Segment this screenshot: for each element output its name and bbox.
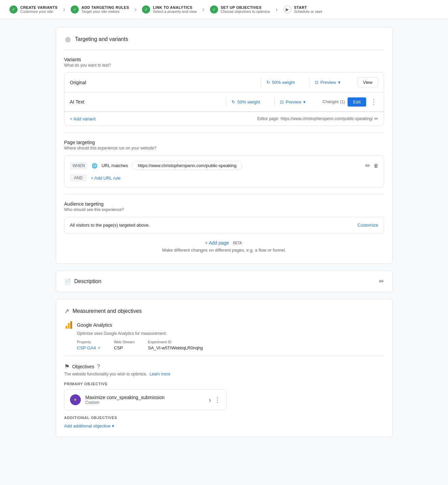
variant-original-preview[interactable]: Preview [315,80,352,85]
refresh-icon-2 [232,99,235,105]
audience-targeting-sublabel: Who should see this experience? [64,207,384,212]
targeting-variants-header: ◎ Targeting and variants [64,36,384,43]
start-text: START Schedule or start [294,5,322,14]
audience-targeting-label: Audience targeting [64,201,384,207]
variants-label: Variants [64,57,384,62]
link-analytics-title: LINK TO ANALYTICS [153,5,197,9]
url-delete-icon[interactable] [374,162,378,169]
customize-button[interactable]: Customize [357,223,378,228]
variant-aitext-actions: Changes (1) Edit [323,97,378,107]
set-objectives-text: SET UP OBJECTIVES Choose objectives to o… [221,5,270,14]
monitor-icon-2 [280,99,284,105]
objectives-flag-icon [64,363,70,370]
targeting-variants-title: Targeting and variants [75,36,128,42]
nav-chevron-2 [133,5,138,13]
objectives-subtitle: The website functionality you wish to op… [64,372,384,376]
nav-step-create-variants[interactable]: CREATE VARIANTS Customize your site [5,0,62,19]
variant-original-weight: 50% weight [266,80,304,85]
set-objectives-icon [210,5,218,14]
ga-property: Property CSP GA4 [77,340,100,350]
create-variants-subtitle: Customize your site [20,9,57,14]
objectives-header: Objectives ? [64,363,384,370]
nav-chevron-3 [201,5,206,13]
add-page-button[interactable]: + Add page BETA [205,240,243,246]
ga-webstream: Web Stream CSP [114,340,135,350]
web-stream-value: CSP [114,345,135,350]
ga-icon [64,320,74,330]
start-subtitle: Schedule or start [294,9,322,14]
property-label: Property [77,340,100,344]
add-variant-button[interactable]: + Add variant [70,116,96,121]
description-doc-icon [64,278,71,285]
url-edit-icon[interactable] [365,162,370,169]
nav-step-link-analytics[interactable]: LINK TO ANALYTICS Select a property and … [138,0,201,19]
variant-row-aitext: AI Text 50% weight Preview Changes (1) [65,92,384,112]
variant-original-preview-label: Preview [321,80,336,85]
variant-original-weight-text: 50% weight [272,80,295,85]
audience-text: All visitors to the page(s) targeted abo… [70,223,150,228]
ga-title: Google Analytics [77,322,112,328]
add-targeting-subtitle: Target your site visitors [81,9,129,14]
editor-page-label: Editor page: [257,116,279,121]
edit-button[interactable]: Edit [348,97,366,107]
objective-text: Maximize conv_speaking_submission Custom [86,395,204,405]
create-variants-text: CREATE VARIANTS Customize your site [20,5,57,14]
set-objectives-subtitle: Choose objectives to optimize [221,9,270,14]
preview-chevron-down-1 [338,80,340,85]
add-page-subtitle: Make different changes on different page… [64,248,384,253]
nav-step-set-objectives[interactable]: SET UP OBJECTIVES Choose objectives to o… [206,0,274,19]
measurement-title: Measurement and objectives [73,308,142,314]
variant-divider-4 [274,97,275,107]
experiment-id-label: Experiment ID [148,340,203,344]
add-page-section: + Add page BETA Make different changes o… [64,233,384,255]
main-content: ◎ Targeting and variants Variants What d… [45,19,403,452]
description-edit-icon[interactable] [379,278,384,285]
add-url-rule-button[interactable]: + Add URL rule [91,176,121,181]
experiment-id-value: SA_VI-w5TIWekbqLR0nqhg [148,345,203,350]
objective-name: Maximize conv_speaking_submission [86,395,204,400]
editor-page-link: Editor page: https://www.christopherspen… [257,116,378,121]
objective-item: + Maximize conv_speaking_submission Cust… [64,389,227,410]
objective-actions: › [209,396,221,404]
changes-badge: Changes (1) [323,99,345,104]
add-page-row: + Add page BETA [64,240,384,246]
objective-circle-icon: + [70,394,81,405]
more-menu-icon[interactable] [369,97,378,107]
add-targeting-text: ADD TARGETING RULES Target your site vis… [81,5,129,14]
variant-aitext-name: AI Text [70,99,221,105]
nav-step-start[interactable]: ▶ START Schedule or start [279,0,326,19]
objective-more-icon[interactable] [214,396,221,404]
objective-expand-icon[interactable]: › [209,396,211,404]
link-analytics-subtitle: Select a property and view [153,9,197,14]
preview-chevron-down-2 [303,99,306,105]
help-icon[interactable]: ? [97,364,100,370]
view-button[interactable]: View [357,77,378,87]
editor-page-edit-icon[interactable] [374,116,378,121]
create-variants-icon [9,5,18,14]
create-variants-title: CREATE VARIANTS [20,5,57,9]
monitor-icon-1 [315,80,319,85]
top-nav: CREATE VARIANTS Customize your site ADD … [0,0,448,19]
trending-icon: ↗ [64,307,69,315]
svg-rect-1 [68,323,70,329]
variant-divider-1 [261,78,261,87]
property-value[interactable]: CSP GA4 [77,345,100,350]
page-targeting-subsection: Page targeting Where should this experie… [64,140,384,187]
objectives-title: Objectives [72,364,94,369]
learn-more-link[interactable]: Learn more [149,372,170,376]
measurement-header: ↗ Measurement and objectives [64,307,384,315]
add-additional-objective-button[interactable]: Add additional objective [64,423,114,429]
svg-rect-0 [66,326,67,329]
variant-aitext-weight: 50% weight [232,99,269,105]
nav-chevron-4 [274,5,279,13]
url-matches-label: URL matches [101,163,128,168]
audience-targeting-subsection: Audience targeting Who should see this e… [64,201,384,233]
divider-1 [64,50,384,50]
ga-header: Google Analytics [64,320,384,330]
set-objectives-title: SET UP OBJECTIVES [221,5,270,9]
additional-objectives-label: ADDITIONAL OBJECTIVES [64,416,384,420]
description-card: Description [56,271,393,292]
variant-aitext-preview[interactable]: Preview [280,99,317,105]
nav-step-add-targeting[interactable]: ADD TARGETING RULES Target your site vis… [67,0,133,19]
property-external-link-icon [97,345,100,350]
